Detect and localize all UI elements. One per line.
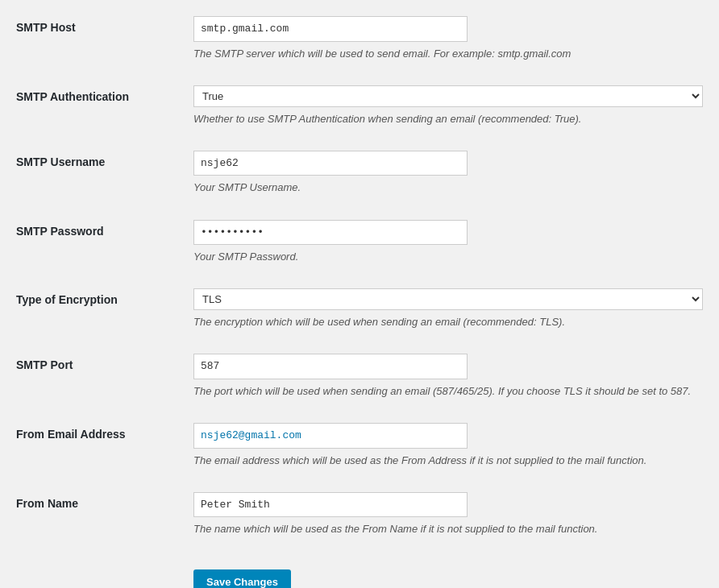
settings-form: SMTP Host The SMTP server which will be …: [16, 16, 703, 588]
save-changes-button[interactable]: Save Changes: [193, 569, 291, 589]
from-email-input[interactable]: [193, 423, 468, 449]
smtp-password-row: SMTP Password Your SMTP Password.: [16, 220, 703, 273]
smtp-port-label: SMTP Port: [16, 354, 193, 371]
from-name-row: From Name The name which will be used as…: [16, 492, 703, 545]
save-row: Save Changes: [16, 561, 703, 589]
encryption-description: The encryption which will be used when s…: [193, 315, 703, 329]
encryption-control: TLS SSL None The encryption which will b…: [193, 288, 703, 329]
smtp-port-input[interactable]: [193, 354, 468, 379]
from-name-control: The name which will be used as the From …: [193, 492, 703, 537]
smtp-password-input[interactable]: [193, 220, 468, 246]
smtp-port-row: SMTP Port The port which will be used wh…: [16, 354, 703, 407]
smtp-username-input[interactable]: [193, 151, 468, 176]
from-email-row: From Email Address The email address whi…: [16, 423, 703, 476]
smtp-port-control: The port which will be used when sending…: [193, 354, 703, 399]
smtp-password-description: Your SMTP Password.: [193, 250, 703, 264]
from-name-description: The name which will be used as the From …: [193, 522, 703, 536]
encryption-row: Type of Encryption TLS SSL None The encr…: [16, 288, 703, 337]
from-name-input[interactable]: [193, 492, 468, 518]
encryption-select[interactable]: TLS SSL None: [193, 288, 703, 310]
from-email-label: From Email Address: [16, 423, 193, 441]
smtp-auth-row: SMTP Authentication True False Whether t…: [16, 85, 703, 135]
smtp-host-description: The SMTP server which will be used to se…: [193, 47, 703, 61]
from-name-label: From Name: [16, 492, 193, 510]
smtp-host-row: SMTP Host The SMTP server which will be …: [16, 16, 703, 69]
smtp-auth-select[interactable]: True False: [193, 85, 703, 107]
from-email-description: The email address which will be used as …: [193, 453, 703, 468]
smtp-username-label: SMTP Username: [16, 151, 193, 168]
smtp-host-input[interactable]: [193, 16, 468, 42]
smtp-auth-description: Whether to use SMTP Authentication when …: [193, 112, 703, 126]
smtp-port-description: The port which will be used when sending…: [193, 384, 703, 399]
smtp-host-label: SMTP Host: [16, 16, 193, 34]
from-email-control: The email address which will be used as …: [193, 423, 703, 468]
encryption-label: Type of Encryption: [16, 288, 193, 306]
smtp-auth-label: SMTP Authentication: [16, 85, 193, 103]
smtp-username-row: SMTP Username Your SMTP Username.: [16, 151, 703, 204]
smtp-username-control: Your SMTP Username.: [193, 151, 703, 196]
smtp-username-description: Your SMTP Username.: [193, 180, 703, 195]
smtp-auth-control: True False Whether to use SMTP Authentic…: [193, 85, 703, 126]
smtp-password-label: SMTP Password: [16, 220, 193, 238]
smtp-password-control: Your SMTP Password.: [193, 220, 703, 265]
smtp-host-control: The SMTP server which will be used to se…: [193, 16, 703, 61]
